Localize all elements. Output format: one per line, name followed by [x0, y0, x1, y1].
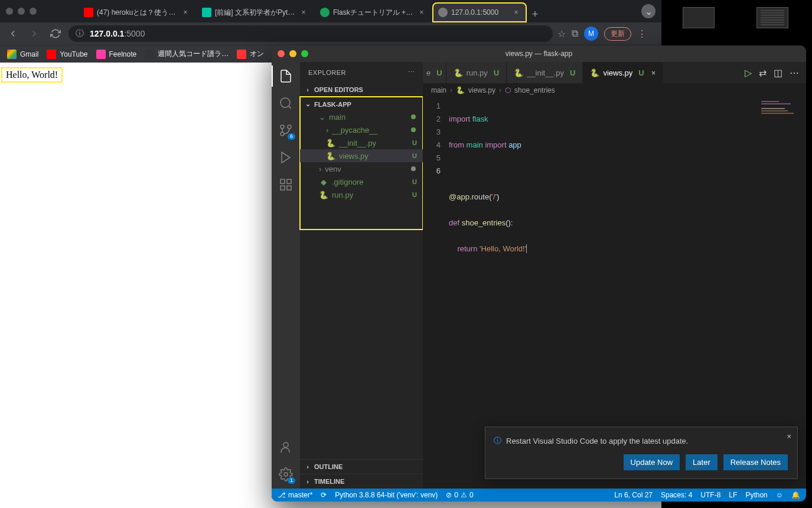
maximize-window[interactable]	[30, 8, 37, 15]
update-button[interactable]: 更新	[604, 27, 631, 41]
extensions-icon[interactable]	[278, 176, 294, 193]
back-button[interactable]	[5, 25, 21, 42]
warning-icon: ⚠	[461, 491, 467, 499]
git-icon: ◆	[319, 177, 328, 186]
split-icon[interactable]: ◫	[774, 67, 782, 78]
indentation[interactable]: Spaces: 4	[661, 491, 692, 499]
folder-venv[interactable]: ›venv	[300, 162, 423, 175]
run-icon[interactable]: ▷	[745, 67, 752, 78]
git-badge: U	[436, 68, 442, 77]
section-label: OUTLINE	[314, 463, 343, 470]
bookmark-gmail[interactable]: Gmail	[7, 50, 38, 59]
editor-tab-views[interactable]: 🐍views.pyU×	[583, 62, 663, 83]
toast-message: ⓘ Restart Visual Studio Code to apply th…	[494, 435, 788, 446]
git-branch[interactable]: ⎇master*	[278, 491, 312, 499]
maximize-window[interactable]	[301, 50, 308, 57]
bookmark-star-icon[interactable]: ☆	[557, 28, 566, 40]
later-button[interactable]: Later	[686, 454, 718, 470]
more-icon[interactable]: ⋯	[790, 67, 799, 78]
chevron-down-icon: ⌄	[319, 113, 325, 122]
section-label: OPEN EDITORS	[314, 86, 363, 93]
profile-avatar[interactable]: M	[584, 27, 598, 41]
timeline-section[interactable]: ›TIMELINE	[300, 474, 423, 489]
close-icon[interactable]: ×	[787, 432, 791, 441]
close-icon[interactable]: ×	[651, 68, 656, 77]
eol[interactable]: LF	[729, 491, 737, 499]
browser-tab-0[interactable]: (47) herokuとは？使うメリッ ×	[78, 2, 196, 22]
breadcrumb-segment[interactable]: views.py	[468, 86, 495, 94]
bookmark-youtube[interactable]: YouTube	[47, 50, 87, 59]
project-tree-highlighted: ⌄FLASK-APP ⌄main ›__pycache__ 🐍__init__.…	[300, 97, 423, 230]
feedback-icon[interactable]: ☺	[776, 491, 783, 499]
bookmark-chords[interactable]: 週間人気コード譜ラ…	[145, 49, 229, 59]
desktop-thumbnail-1[interactable]	[683, 7, 715, 28]
new-tab-button[interactable]: +	[527, 6, 543, 22]
status-bar: ⎇master* ⟳ Python 3.8.8 64-bit ('venv': …	[272, 489, 806, 502]
breadcrumb-segment[interactable]: shoe_entries	[514, 86, 555, 94]
notifications-icon[interactable]: 🔔	[791, 491, 800, 499]
encoding[interactable]: UTF-8	[700, 491, 720, 499]
run-debug-icon[interactable]	[278, 149, 294, 166]
problems[interactable]: ⊘0 ⚠0	[446, 491, 473, 499]
sync-button[interactable]: ⟳	[321, 491, 327, 499]
close-icon[interactable]: ×	[511, 8, 521, 17]
browser-tab-1[interactable]: [前編] 文系初学者がPython×Fl ×	[196, 2, 314, 22]
minimize-window[interactable]	[289, 50, 296, 57]
svg-point-0	[281, 98, 290, 107]
editor-tab-run[interactable]: 🐍run.pyU	[446, 62, 507, 83]
open-editors-section[interactable]: ›OPEN EDITORS	[300, 85, 423, 94]
file-init[interactable]: 🐍__init__.pyU	[300, 136, 423, 149]
close-icon[interactable]: ×	[299, 8, 308, 17]
python-interpreter[interactable]: Python 3.8.8 64-bit ('venv': venv)	[335, 491, 438, 499]
chevron-right-icon: ›	[304, 463, 312, 470]
source-control-icon[interactable]: 6	[278, 122, 294, 139]
chevron-down-icon[interactable]: ⌄	[641, 4, 656, 18]
file-gitignore[interactable]: ◆.gitignoreU	[300, 175, 423, 188]
git-badge: U	[638, 68, 644, 77]
page-body-text: Hello, World!	[2, 68, 61, 81]
outline-section[interactable]: ›OUTLINE	[300, 459, 423, 474]
close-window[interactable]	[6, 8, 13, 15]
browser-tab-2[interactable]: Flaskチュートリアル + heroku ×	[314, 2, 432, 22]
file-views[interactable]: 🐍views.pyU	[300, 149, 423, 162]
git-badge: U	[494, 68, 499, 77]
reading-list-icon[interactable]: ⧉	[572, 28, 578, 39]
folder-pycache[interactable]: ›__pycache__	[300, 123, 423, 136]
editor-tab-hidden[interactable]: eU	[423, 62, 446, 83]
minimize-window[interactable]	[18, 8, 25, 15]
more-icon[interactable]: ⋯	[408, 68, 415, 76]
bookmark-feelnote[interactable]: Feelnote	[96, 50, 137, 59]
youtube-icon	[47, 50, 56, 59]
editor-tab-init[interactable]: 🐍__init__.pyU	[507, 62, 583, 83]
settings-gear-icon[interactable]: 1	[278, 466, 294, 483]
accounts-icon[interactable]	[278, 439, 294, 455]
reload-button[interactable]	[47, 25, 64, 42]
release-notes-button[interactable]: Release Notes	[723, 454, 788, 470]
browser-tab-3[interactable]: 127.0.0.1:5000 ×	[432, 2, 527, 22]
cursor-position[interactable]: Ln 6, Col 27	[614, 491, 653, 499]
file-run[interactable]: 🐍run.pyU	[300, 188, 423, 201]
address-bar[interactable]: ⓘ 127.0.0.1:5000	[69, 25, 553, 42]
language-mode[interactable]: Python	[745, 491, 767, 499]
chevron-right-icon: ›	[326, 126, 328, 135]
search-icon[interactable]	[278, 95, 294, 112]
update-now-button[interactable]: Update Now	[624, 454, 680, 470]
git-modified-dot	[411, 114, 416, 119]
diff-icon[interactable]: ⇄	[759, 67, 767, 78]
explorer-icon[interactable]	[278, 68, 294, 84]
python-icon: 🐍	[319, 190, 328, 199]
close-icon[interactable]: ×	[417, 8, 426, 17]
feelnote-icon	[96, 50, 106, 59]
close-icon[interactable]: ×	[181, 8, 190, 17]
breadcrumb[interactable]: main › 🐍 views.py › ⬡ shoe_entries	[423, 83, 806, 97]
menu-icon[interactable]: ⋮	[637, 28, 647, 40]
project-root[interactable]: ⌄FLASK-APP	[300, 99, 423, 109]
desktop-thumbnail-2[interactable]	[756, 7, 788, 28]
bookmark-online[interactable]: オン	[237, 49, 264, 59]
forward-button[interactable]	[26, 25, 43, 42]
breadcrumb-segment[interactable]: main	[431, 86, 446, 94]
folder-main[interactable]: ⌄main	[300, 110, 423, 123]
close-window[interactable]	[278, 50, 285, 57]
vscode-window: views.py — flask-app 6	[272, 45, 806, 502]
branch-name: master*	[288, 491, 312, 499]
